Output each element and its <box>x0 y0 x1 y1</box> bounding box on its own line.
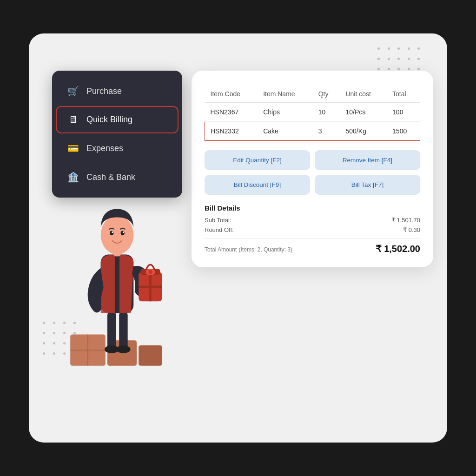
sidebar-item-expenses[interactable]: 💳 Expenses <box>56 134 178 162</box>
total-row: Total Amount (Items: 2, Quantity: 3) ₹ 1… <box>205 238 420 254</box>
expenses-icon: 💳 <box>67 143 79 154</box>
cell-total: 100 <box>387 103 420 122</box>
sidebar-item-cash-bank-label: Cash & Bank <box>86 172 135 182</box>
svg-rect-15 <box>139 286 162 288</box>
svg-rect-5 <box>107 311 116 350</box>
billing-icon: 🖥 <box>67 114 79 125</box>
svg-point-18 <box>148 270 152 274</box>
table-row[interactable]: HSN2367 Chips 10 10/Pcs 100 <box>205 103 420 122</box>
total-amount: ₹ 1,502.00 <box>376 243 420 254</box>
sidebar-item-purchase[interactable]: 🛒 Purchase <box>56 77 178 105</box>
cell-item-code-2: HSN2332 <box>205 122 258 141</box>
cell-qty-2: 3 <box>313 122 340 141</box>
bank-icon: 🏦 <box>67 172 79 183</box>
svg-point-23 <box>112 231 113 233</box>
character-illustration <box>57 182 205 405</box>
sub-total-row: Sub Total: ₹ 1,501.70 <box>205 217 420 224</box>
sidebar-menu: 🛒 Purchase 🖥 Quick Billing 💳 Expenses 🏦 … <box>52 71 182 198</box>
cart-icon: 🛒 <box>67 86 79 97</box>
col-header-item-code: Item Code <box>205 86 258 103</box>
sidebar-item-cash-bank[interactable]: 🏦 Cash & Bank <box>56 163 178 191</box>
billing-table: Item Code Item Name Qty Unit cost Total … <box>205 86 420 141</box>
sub-total-label: Sub Total: <box>205 217 231 224</box>
col-header-unit-cost: Unit cost <box>340 86 387 103</box>
sidebar-item-quick-billing-label: Quick Billing <box>86 115 132 125</box>
cell-item-name: Chips <box>258 103 313 122</box>
sidebar-item-expenses-label: Expenses <box>86 144 123 153</box>
bill-discount-button[interactable]: Bill Discount [F9] <box>205 175 310 195</box>
remove-item-button[interactable]: Remove Item [F4] <box>315 150 420 170</box>
cell-unit-cost-2: 500/Kg <box>340 122 387 141</box>
round-off-row: Round Off: ₹ 0.30 <box>205 226 420 233</box>
cell-qty: 10 <box>313 103 340 122</box>
col-header-total: Total <box>387 86 420 103</box>
svg-rect-2 <box>139 345 162 366</box>
svg-point-8 <box>116 345 130 353</box>
round-off-label: Round Off: <box>205 226 234 233</box>
sub-total-value: ₹ 1,501.70 <box>391 217 420 224</box>
sidebar-item-quick-billing[interactable]: 🖥 Quick Billing <box>56 106 178 133</box>
cell-unit-cost: 10/Pcs <box>340 103 387 122</box>
cell-item-code: HSN2367 <box>205 103 258 122</box>
bill-tax-button[interactable]: Bill Tax [F7] <box>315 175 420 195</box>
col-header-qty: Qty <box>313 86 340 103</box>
table-row-selected[interactable]: HSN2332 Cake 3 500/Kg 1500 <box>205 122 420 141</box>
bill-details-title: Bill Details <box>205 204 420 212</box>
round-off-value: ₹ 0.30 <box>403 226 420 233</box>
edit-quantity-button[interactable]: Edit Quantity [F2] <box>205 150 310 170</box>
svg-rect-10 <box>115 254 119 313</box>
action-buttons: Edit Quantity [F2] Remove Item [F4] Bill… <box>205 150 420 195</box>
svg-point-22 <box>121 231 125 235</box>
cell-item-name-2: Cake <box>258 122 313 141</box>
col-header-item-name: Item Name <box>258 86 313 103</box>
svg-point-20 <box>101 215 134 254</box>
total-label: Total Amount (Items: 2, Quantity: 3) <box>205 245 292 253</box>
cell-total-2: 1500 <box>387 122 420 141</box>
svg-point-21 <box>110 231 113 235</box>
sidebar-item-purchase-label: Purchase <box>86 86 122 96</box>
svg-rect-6 <box>119 311 127 350</box>
billing-card: Item Code Item Name Qty Unit cost Total … <box>192 71 433 267</box>
bill-details-section: Bill Details Sub Total: ₹ 1,501.70 Round… <box>205 204 420 254</box>
svg-point-24 <box>123 231 124 233</box>
outer-card: 🛒 Purchase 🖥 Quick Billing 💳 Expenses 🏦 … <box>29 33 447 443</box>
total-meta: (Items: 2, Quantity: 3) <box>239 246 292 253</box>
